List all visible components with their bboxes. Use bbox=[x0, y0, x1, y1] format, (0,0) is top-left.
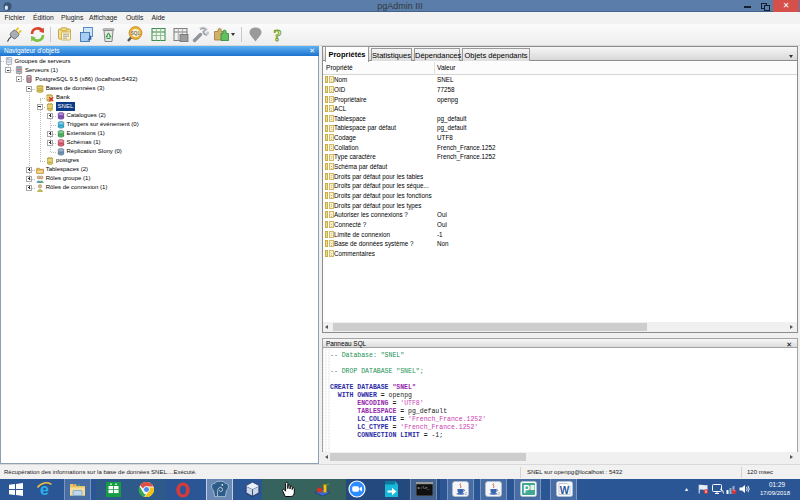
svg-text:2: 2 bbox=[465, 492, 467, 496]
svg-text:2: 2 bbox=[498, 492, 500, 496]
svg-text:?: ? bbox=[273, 26, 282, 43]
svg-text:W: W bbox=[560, 485, 570, 496]
svg-text:C:\>_: C:\>_ bbox=[418, 486, 431, 490]
svg-text:P: P bbox=[523, 484, 530, 495]
svg-text:SQL: SQL bbox=[130, 31, 140, 36]
